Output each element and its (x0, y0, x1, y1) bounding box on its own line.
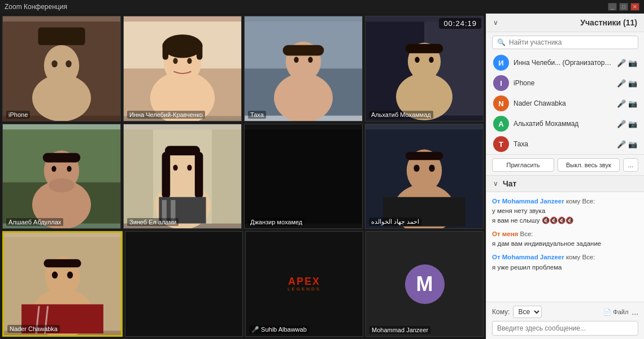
svg-rect-45 (162, 151, 171, 198)
participant-item-inna[interactable]: И Инна Челеби... (Организатор, я) 🎤 📷 (486, 53, 644, 73)
chat-text-3: я уже решил проблема (492, 263, 638, 272)
participant-name-iphone: iPhone (514, 79, 612, 87)
mic-icon: 🎤 (617, 79, 626, 88)
close-btn[interactable]: ✕ (630, 3, 639, 11)
video-cell-ahmad[interactable]: احمد جهاد الخوالده (365, 124, 484, 229)
participant-item-takha[interactable]: Т Таха 🎤 📷 (486, 134, 644, 154)
video-cell-empty (125, 231, 243, 337)
svg-point-10 (173, 58, 177, 64)
minimize-btn[interactable]: _ (608, 3, 617, 11)
svg-rect-5 (38, 28, 85, 45)
timer-badge: 00:24:19 (439, 18, 481, 29)
mic-icon: 🎤 (617, 140, 626, 149)
video-feed-4 (365, 16, 483, 121)
svg-point-12 (163, 34, 203, 58)
cam-icon: 📷 (628, 59, 637, 67)
svg-rect-44 (165, 146, 200, 155)
participants-header: ∨ Участники (11) (486, 14, 644, 32)
video-feed-1 (3, 16, 120, 121)
participant-item-alkhatib[interactable]: А Альхатиб Мохаммад 🎤 📷 (486, 114, 644, 134)
svg-rect-56 (406, 151, 443, 160)
video-cell-takha[interactable]: Таха (244, 16, 363, 121)
video-cell-inna[interactable]: Инна Челебий-Кравченко (123, 16, 242, 121)
video-label-2: Инна Челебий-Кравченко (127, 111, 205, 119)
svg-point-62 (67, 272, 73, 279)
chat-msg-2: От меня Все: я дам вам индивидуальное за… (492, 229, 638, 248)
chat-input[interactable] (492, 321, 638, 336)
video-feed-7 (245, 124, 362, 229)
chat-msg-3: От Mohammad Janzeer кому Все: я уже реши… (492, 253, 638, 271)
video-label-6: Зинеб Ел алами (127, 218, 179, 226)
participants-actions: Пригласить Выкл. весь звук ... (486, 154, 644, 176)
chat-sender-3: От Mohammad Janzeer (492, 254, 564, 260)
chat-text-1b: я вам не слышу 🔇🔇🔇🔇 (492, 216, 638, 225)
video-cell-alkhatib[interactable]: Альхатиб Мохаммад (365, 16, 484, 121)
window-controls: _ □ ✕ (608, 3, 639, 11)
video-label-4: Альхатиб Мохаммад (369, 111, 433, 119)
invite-button[interactable]: Пригласить (492, 158, 554, 172)
video-label-7: Джанзир мохамед (248, 218, 304, 226)
participant-icons-takha: 🎤 📷 (617, 140, 637, 149)
search-icon: 🔍 (497, 38, 506, 46)
svg-rect-37 (43, 153, 81, 162)
svg-point-34 (51, 166, 56, 171)
video-feed-3 (245, 16, 362, 121)
chat-recipient-3: кому Все: (566, 254, 595, 260)
search-input[interactable] (509, 38, 633, 46)
chat-text-2: я дам вам индивидуальное задание (492, 239, 638, 248)
chat-to-row: Кому: Все 📄 Файл ... (492, 306, 638, 318)
video-feed-8 (365, 124, 483, 229)
participant-icons-inna: 🎤 📷 (617, 59, 637, 67)
participant-avatar-nader: N (493, 95, 509, 111)
chat-collapse-arrow[interactable]: ∨ (493, 180, 498, 188)
video-label-9: Nader Chawabka (7, 325, 60, 333)
svg-point-4 (66, 60, 71, 67)
svg-point-3 (51, 60, 57, 67)
chat-sender-2: От меня (492, 231, 518, 237)
participant-avatar-iphone: I (493, 75, 509, 91)
chat-more-button[interactable]: ... (632, 307, 638, 316)
titlebar: Zoom Конференция _ □ ✕ (0, 0, 644, 14)
mic-icon: 🎤 (617, 59, 626, 67)
svg-point-55 (429, 164, 434, 171)
chat-file-button[interactable]: 📄 Файл (603, 308, 628, 316)
svg-point-43 (187, 164, 192, 170)
participants-more-button[interactable]: ... (623, 158, 638, 172)
video-cell-janzir[interactable]: Джанзир мохамед (244, 124, 363, 229)
participants-collapse-arrow[interactable]: ∨ (493, 19, 498, 27)
participant-item-iphone[interactable]: I iPhone 🎤 📷 (486, 73, 644, 93)
video-cell-mohammad[interactable]: M Mohammad Janzeer (365, 231, 484, 337)
chat-to-select[interactable]: Все (513, 306, 542, 318)
participant-avatar-takha: Т (493, 136, 509, 152)
svg-point-54 (414, 164, 419, 171)
file-icon: 📄 (603, 308, 611, 316)
mute-all-button[interactable]: Выкл. весь звук (558, 158, 620, 172)
chat-title: Чат (503, 179, 516, 188)
svg-point-42 (173, 164, 177, 170)
video-cell-zineb[interactable]: Зинеб Ел алами (123, 124, 242, 229)
chat-sender-1: От Mohammad Janzeer (492, 198, 564, 205)
svg-rect-21 (283, 45, 324, 56)
video-cell-iphone[interactable]: iPhone (2, 16, 121, 121)
svg-point-27 (429, 57, 433, 63)
search-box: 🔍 (492, 36, 638, 49)
svg-point-36 (49, 178, 75, 192)
video-area: 00:24:19 iPhone (0, 14, 486, 339)
video-cell-nader[interactable]: Nader Chawabka (2, 231, 123, 337)
apex-text: APEX (288, 276, 321, 286)
video-label-3: Таха (248, 111, 266, 119)
video-label-8: احمد جهاد الخوالده (369, 218, 421, 226)
video-row-3: Nader Chawabka APEX LEGENDS 🎤 Suhib Alba… (2, 231, 484, 337)
svg-point-35 (67, 166, 71, 171)
cam-icon: 📷 (628, 79, 637, 88)
svg-rect-63 (43, 259, 81, 267)
video-cell-suhib[interactable]: APEX LEGENDS 🎤 Suhib Albawwab (245, 231, 363, 337)
svg-rect-28 (406, 44, 443, 54)
video-cell-alshaeb[interactable]: Алшаеб Абдуллах (2, 124, 121, 229)
svg-point-2 (32, 75, 91, 121)
maximize-btn[interactable]: □ (619, 3, 628, 11)
legends-text: LEGENDS (288, 286, 321, 292)
participant-item-nader[interactable]: N Nader Chawabka 🎤 📷 (486, 93, 644, 114)
apex-logo: APEX LEGENDS (288, 276, 321, 292)
video-label-1: iPhone (6, 111, 30, 119)
